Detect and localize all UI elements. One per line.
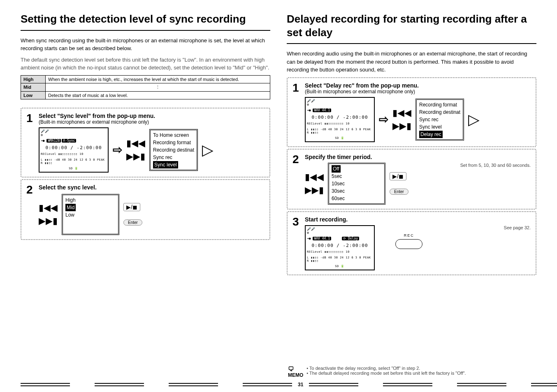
prev-icon: ▮◀◀ [392,108,411,118]
memo-bubble-icon: 🗨 [288,366,303,372]
heading-left: Setting the detection level of sync reco… [21,12,270,26]
memo-line-1: • To deactivate the delay recording, sel… [306,366,466,371]
popup-menu: To Home screen Recording format Recordin… [149,129,198,171]
rec-label: REC [404,233,414,238]
step-title: Select "Delay rec" from the pop-up menu. [305,82,531,89]
menu-item: High [65,196,116,204]
step-number: 1 [292,82,305,94]
table-row: Mid ⋮ [21,83,270,91]
cell-mid-label: Mid [21,83,46,91]
intro-para-2: The default sync detection level set bef… [21,56,270,72]
memo-line-2: • The default delayed recording mode set… [306,371,466,376]
level-menu: High Mid Low [62,194,119,235]
menu-item: Low [65,211,116,219]
next-icon: ▶▶▮ [305,185,324,196]
menu-item: Sync level [419,123,460,131]
chevron-right-icon: ▷ [202,141,214,159]
menu-item: Sync rec [153,154,194,161]
play-stop-icon: ▶/◼ [390,172,406,180]
prev-icon: ▮◀◀ [305,172,324,182]
menu-item: 10sec [332,180,382,187]
memo-block: 🗨 MEMO • To deactivate the delay recordi… [288,366,466,378]
play-stop-icon: ▶/◼ [123,203,140,211]
left-step-1: 1 Select "Sync level" from the pop-up me… [21,108,270,178]
right-step-2: 2 Specify the timer period. ▮◀◀ ▶▶▮ Off … [287,149,536,210]
menu-item: 5sec [332,173,382,180]
cell-mid-desc: ⋮ [46,83,270,91]
menu-item-selected: Off [332,165,341,173]
timer-menu: Off 5sec 10sec 30sec 60sec [328,163,385,205]
see-page-note: See page 32. [504,225,531,230]
menu-item: 60sec [332,195,382,202]
step-subtitle: (Built-in microphones or external microp… [39,119,265,125]
step-title: Start recording. [305,216,531,223]
page-number: 31 [298,382,303,387]
menu-item: Recording destinat [419,108,460,116]
step-title: Select the sync level. [39,184,265,191]
table-row: Low Detects the start of music at a low … [21,91,270,99]
next-icon: ▶▶▮ [39,216,58,226]
cell-high-label: High [21,75,46,83]
cell-low-label: Low [21,91,46,99]
rule [287,43,536,44]
step-number: 3 [292,216,305,228]
cell-low-desc: Detects the start of music at a low leve… [46,91,270,99]
menu-item-selected: Mid [65,204,76,211]
step-number: 2 [26,184,39,196]
step-subtitle: (Built-in microphones or external microp… [305,89,531,95]
menu-item: Recording format [419,101,460,108]
lcd-screen: 🎤🎤⚙ ➜● WMA128A-Sync 0:00:00 / -2:00:00 R… [39,127,109,173]
prev-icon: ▮◀◀ [39,203,58,213]
menu-item-selected: Sync level [153,161,178,168]
enter-button: Enter [123,219,142,226]
prev-icon: ▮◀◀ [126,138,145,149]
timer-note: Set from 5, 10, 30 and 60 seconds. [460,163,531,168]
intro-para-1: When sync recording using the built-in m… [21,37,270,53]
menu-item: Sync rec [419,116,460,123]
right-arrow-icon: ⇨ [379,113,388,126]
rec-button-icon [395,239,422,249]
menu-item: 30sec [332,187,382,195]
menu-item: Recording format [153,139,194,146]
table-row: High When the ambient noise is high, etc… [21,75,270,83]
page-footer: 31 English [0,380,557,389]
left-step-2: 2 Select the sync level. ▮◀◀ ▶▶▮ High Mi… [21,179,270,240]
right-step-1: 1 Select "Delay rec" from the pop-up men… [287,77,536,147]
lcd-screen: 🎤🎤⚙ ➜● WAV 44.1 0:00:00 / -2:00:00 RECLe… [305,97,375,142]
enter-button: Enter [390,189,408,195]
step-title: Select "Sync level" from the pop-up menu… [39,113,265,119]
menu-item: Recording destinat [153,146,194,154]
right-step-3: 3 Start recording. 🎤🎤⚙ ➜● WAV 44.1 ⟳ Del… [287,211,536,275]
intro-para-right: When recording audio using the built-in … [287,50,536,74]
menu-item: To Home screen [153,131,194,139]
menu-item-selected: Delay rec [419,131,443,138]
rule [21,30,270,31]
right-arrow-icon: ⇨ [113,143,122,157]
memo-label: MEMO [288,372,303,378]
next-icon: ▶▶▮ [392,121,411,131]
heading-right: Delayed recording for starting recording… [287,12,536,39]
cell-high-desc: When the ambient noise is high, etc., in… [46,75,270,83]
levels-table: High When the ambient noise is high, etc… [21,75,270,99]
step-title: Specify the timer period. [305,154,531,160]
next-icon: ▶▶▮ [126,151,145,162]
popup-menu: Recording format Recording destinat Sync… [415,99,464,141]
lcd-screen: 🎤🎤⚙ ➜● WAV 44.1 ⟳ Delay 0:00:00 / -2:00:… [305,225,375,270]
step-number: 2 [292,154,305,165]
chevron-right-icon: ▷ [468,111,480,128]
step-number: 1 [26,113,39,124]
